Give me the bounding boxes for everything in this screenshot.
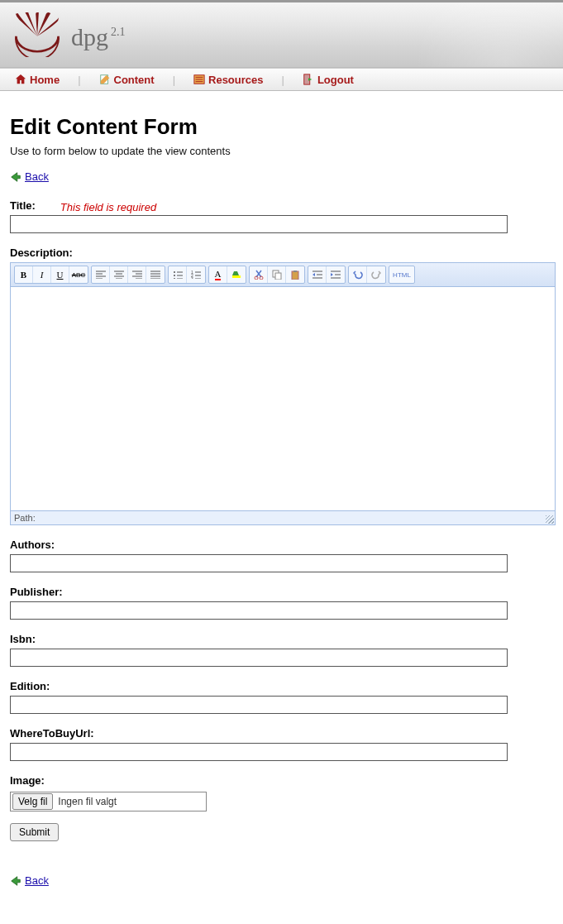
- fan-logo-icon: [15, 12, 60, 57]
- editor-toolbar: B I U ABC 123 A: [11, 263, 555, 287]
- back-arrow-icon: [10, 171, 21, 183]
- input-title[interactable]: [10, 215, 508, 233]
- nav-home[interactable]: Home: [15, 74, 60, 86]
- bullet-list-button[interactable]: [169, 266, 187, 283]
- back-link-label[interactable]: Back: [25, 874, 49, 887]
- svg-rect-38: [275, 273, 281, 280]
- html-source-button[interactable]: HTML: [389, 266, 414, 283]
- label-isbn: Isbn:: [10, 633, 553, 645]
- align-center-button[interactable]: [110, 266, 128, 283]
- label-edition: Edition:: [10, 680, 553, 692]
- italic-button[interactable]: I: [33, 266, 51, 283]
- svg-text:3: 3: [191, 276, 193, 279]
- input-isbn[interactable]: [10, 649, 508, 667]
- nav-logout[interactable]: Logout: [303, 74, 354, 86]
- svg-rect-34: [232, 275, 241, 278]
- back-arrow-icon: [10, 875, 21, 887]
- svg-rect-40: [293, 270, 297, 272]
- submit-button[interactable]: Submit: [10, 823, 59, 841]
- nav-logout-label: Logout: [317, 74, 354, 86]
- home-icon: [15, 74, 26, 85]
- input-wheretobuyurl[interactable]: [10, 743, 508, 761]
- nav-separator: |: [173, 74, 175, 86]
- label-publisher: Publisher:: [10, 586, 553, 598]
- editor-path-label: Path:: [14, 513, 36, 523]
- logout-icon: [303, 74, 314, 85]
- outdent-button[interactable]: [308, 266, 327, 283]
- page-content: Edit Content Form Use to form below to u…: [0, 91, 563, 920]
- redo-button[interactable]: [367, 266, 385, 283]
- align-left-button[interactable]: [92, 266, 110, 283]
- label-wheretobuyurl: WhereToBuyUrl:: [10, 727, 553, 740]
- nav-content[interactable]: Content: [99, 74, 155, 86]
- back-link-top[interactable]: Back: [10, 170, 553, 183]
- rich-text-editor: B I U ABC 123 A: [10, 262, 556, 525]
- underline-button[interactable]: U: [51, 266, 69, 283]
- paste-button[interactable]: [286, 266, 304, 283]
- svg-rect-39: [292, 271, 298, 280]
- nav-separator: |: [78, 74, 80, 86]
- main-nav: Home | Content | Resources | Logout: [0, 68, 563, 91]
- file-choose-button[interactable]: Velg fil: [12, 793, 53, 810]
- strikethrough-button[interactable]: ABC: [69, 266, 88, 283]
- copy-button[interactable]: [268, 266, 286, 283]
- undo-button[interactable]: [349, 266, 367, 283]
- svg-point-24: [174, 275, 175, 276]
- input-edition[interactable]: [10, 696, 508, 714]
- editor-statusbar: Path:: [11, 510, 555, 524]
- align-justify-button[interactable]: [146, 266, 165, 283]
- nav-separator: |: [282, 74, 284, 86]
- nav-home-label: Home: [30, 74, 60, 86]
- back-link-label[interactable]: Back: [25, 170, 49, 183]
- text-color-button[interactable]: A: [209, 266, 227, 283]
- label-image: Image:: [10, 774, 553, 787]
- svg-point-26: [174, 278, 175, 279]
- nav-resources[interactable]: Resources: [193, 74, 263, 86]
- content-icon: [99, 74, 111, 85]
- align-right-button[interactable]: [128, 266, 146, 283]
- cut-button[interactable]: [250, 266, 268, 283]
- page-title: Edit Content Form: [10, 114, 553, 140]
- label-authors: Authors:: [10, 539, 553, 551]
- label-title: Title:: [10, 199, 36, 212]
- nav-content-label: Content: [114, 74, 155, 86]
- input-publisher[interactable]: [10, 601, 508, 620]
- resize-handle[interactable]: [546, 515, 554, 524]
- label-description: Description:: [10, 247, 553, 259]
- logo-area: dpg2.1: [0, 2, 563, 57]
- nav-resources-label: Resources: [208, 74, 263, 86]
- highlight-button[interactable]: [227, 266, 246, 283]
- brand-version: 2.1: [111, 26, 126, 38]
- back-link-bottom[interactable]: Back: [10, 874, 553, 887]
- svg-point-22: [174, 271, 175, 273]
- file-chooser[interactable]: Velg fil Ingen fil valgt: [10, 792, 207, 811]
- indent-button[interactable]: [327, 266, 345, 283]
- bold-button[interactable]: B: [15, 266, 33, 283]
- input-authors[interactable]: [10, 554, 508, 572]
- title-required-message: This field is required: [60, 201, 156, 213]
- file-chosen-text: Ingen fil valgt: [55, 796, 117, 807]
- editor-textarea[interactable]: [11, 287, 555, 510]
- brand-name: dpg2.1: [71, 23, 123, 51]
- numbered-list-button[interactable]: 123: [187, 266, 205, 283]
- page-subtitle: Use to form below to update the view con…: [10, 145, 553, 157]
- app-header: dpg2.1: [0, 0, 563, 68]
- resources-icon: [193, 74, 205, 85]
